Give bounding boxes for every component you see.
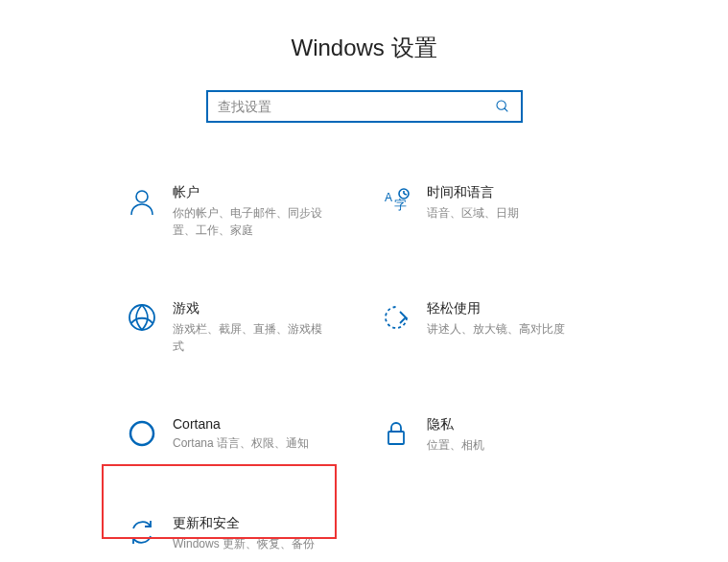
svg-line-1 <box>505 108 507 111</box>
tile-gaming[interactable]: 游戏 游戏栏、截屏、直播、游戏模式 <box>125 296 379 359</box>
search-box[interactable] <box>206 90 523 123</box>
update-security-icon <box>125 515 159 550</box>
tile-title: Cortana <box>173 416 309 432</box>
svg-text:字: 字 <box>394 198 407 212</box>
ease-of-access-icon <box>379 300 413 335</box>
page-title: Windows 设置 <box>0 0 728 90</box>
tile-accounts[interactable]: 帐户 你的帐户、电子邮件、同步设置、工作、家庭 <box>125 180 379 243</box>
svg-point-2 <box>136 191 148 202</box>
tile-desc: 讲述人、放大镜、高对比度 <box>427 320 565 338</box>
svg-point-0 <box>497 101 505 109</box>
search-input[interactable] <box>218 99 494 114</box>
tile-cortana[interactable]: Cortana Cortana 语言、权限、通知 <box>125 412 379 457</box>
tile-desc: 位置、相机 <box>427 436 484 454</box>
tile-title: 更新和安全 <box>173 515 315 532</box>
tile-desc: 语音、区域、日期 <box>427 204 519 222</box>
svg-text:A: A <box>385 191 392 204</box>
tile-title: 隐私 <box>427 416 484 433</box>
svg-rect-10 <box>388 432 404 444</box>
tile-time-language[interactable]: A 字 时间和语言 语音、区域、日期 <box>379 180 633 243</box>
tile-desc: 你的帐户、电子邮件、同步设置、工作、家庭 <box>173 204 326 239</box>
tile-ease-of-access[interactable]: 轻松使用 讲述人、放大镜、高对比度 <box>379 296 633 359</box>
tile-update-security[interactable]: 更新和安全 Windows 更新、恢复、备份 <box>125 511 379 556</box>
svg-point-9 <box>130 422 153 445</box>
privacy-icon <box>379 416 413 451</box>
tile-privacy[interactable]: 隐私 位置、相机 <box>379 412 633 457</box>
tile-desc: Windows 更新、恢复、备份 <box>173 535 315 552</box>
gaming-icon <box>125 300 159 335</box>
cortana-icon <box>125 416 159 451</box>
tile-title: 游戏 <box>173 300 326 317</box>
search-icon <box>494 98 511 115</box>
search-container <box>0 90 728 123</box>
tile-desc: Cortana 语言、权限、通知 <box>173 434 309 452</box>
time-language-icon: A 字 <box>379 184 413 219</box>
svg-line-7 <box>404 194 407 195</box>
tile-title: 帐户 <box>173 184 326 201</box>
accounts-icon <box>125 184 159 219</box>
tile-desc: 游戏栏、截屏、直播、游戏模式 <box>173 320 326 355</box>
tile-title: 时间和语言 <box>427 184 519 201</box>
tile-title: 轻松使用 <box>427 300 565 317</box>
settings-grid: 帐户 你的帐户、电子邮件、同步设置、工作、家庭 A 字 时间和语言 语音、区域、… <box>0 180 728 556</box>
